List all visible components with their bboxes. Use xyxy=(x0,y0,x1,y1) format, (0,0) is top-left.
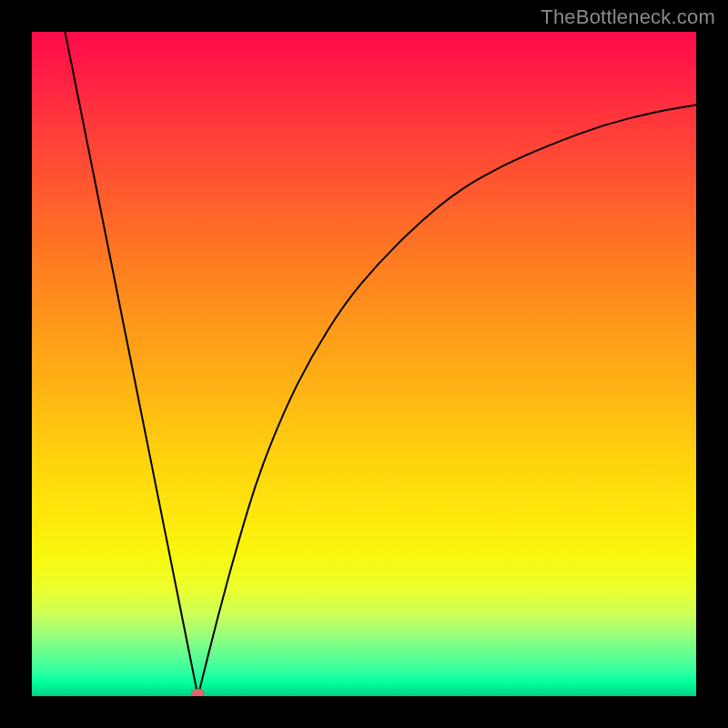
bottleneck-curve xyxy=(66,32,697,696)
chart-frame: TheBottleneck.com xyxy=(0,0,728,728)
minimum-marker xyxy=(192,689,205,696)
plot-area xyxy=(32,32,696,696)
watermark-text: TheBottleneck.com xyxy=(541,5,715,29)
curve-layer xyxy=(32,32,696,696)
